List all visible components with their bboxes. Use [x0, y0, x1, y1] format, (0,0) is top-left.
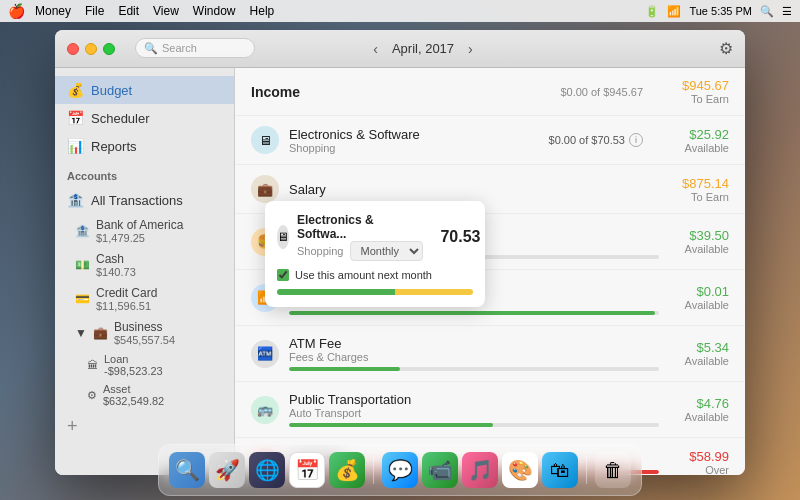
close-button[interactable] [67, 43, 79, 55]
add-account-button[interactable]: + [55, 410, 234, 443]
accounts-header: Accounts [55, 160, 234, 186]
account-business[interactable]: ▼ 💼 Business $545,557.54 [55, 316, 234, 350]
menubar-controlcenter[interactable]: ☰ [782, 5, 792, 18]
reports-icon: 📊 [67, 138, 83, 154]
atm-info: ATM Fee Fees & Charges [289, 336, 659, 371]
maximize-button[interactable] [103, 43, 115, 55]
sidebar: 💰 Budget 📅 Scheduler 📊 Reports Accounts … [55, 68, 235, 475]
popup-period-dropdown[interactable]: Monthly Weekly Yearly [350, 241, 423, 261]
transport-progress [289, 423, 659, 427]
all-transactions-icon: 🏦 [67, 192, 83, 208]
account-cash[interactable]: 💵 Cash $140.73 [55, 248, 234, 282]
salary-amount-col: $875.14 To Earn [659, 176, 729, 203]
all-transactions-label: All Transactions [91, 193, 183, 208]
dock-finder[interactable]: 🔍 [169, 452, 205, 488]
atm-fee-row[interactable]: 🏧 ATM Fee Fees & Charges $5.34 Available [235, 326, 745, 382]
sidebar-item-budget[interactable]: 💰 Budget [55, 76, 234, 104]
budget-icon: 💰 [67, 82, 83, 98]
menu-view[interactable]: View [153, 4, 179, 18]
prev-month-button[interactable]: ‹ [367, 39, 384, 59]
dock-launchpad[interactable]: 🚀 [209, 452, 245, 488]
dock-photos[interactable]: 🎨 [502, 452, 538, 488]
atm-progress [289, 367, 659, 371]
settings-button[interactable]: ⚙ [719, 39, 733, 58]
credit-card-icon: 💳 [75, 292, 90, 306]
minimize-button[interactable] [85, 43, 97, 55]
dock-facetime[interactable]: 📹 [422, 452, 458, 488]
transport-title: Public Transportation [289, 392, 659, 407]
income-title: Income [251, 84, 560, 100]
app-window: 🔍 Search ‹ April, 2017 › ⚙ 💰 Budget 📅 [55, 30, 745, 475]
popup-electronics-icon: 🖥 [277, 225, 289, 249]
cash-icon: 💵 [75, 258, 90, 272]
account-loan[interactable]: 🏛 Loan -$98,523.23 [55, 350, 234, 380]
popup-subtitle: Shopping [297, 245, 344, 257]
dock-calendar[interactable]: 📅 [289, 452, 325, 488]
account-amount-cc: $11,596.51 [96, 300, 157, 312]
transport-info: Public Transportation Auto Transport [289, 392, 659, 427]
salary-title: Salary [289, 182, 659, 197]
salary-status: To Earn [691, 191, 729, 203]
menu-edit[interactable]: Edit [118, 4, 139, 18]
budget-panel: Income $0.00 of $945.67 $945.67 To Earn … [235, 68, 745, 475]
bank-icon: 🏦 [75, 224, 90, 238]
menubar-battery: 🔋 [645, 5, 659, 18]
account-name-business: Business [114, 320, 175, 334]
account-name-cash: Cash [96, 252, 136, 266]
internet-progress [289, 311, 659, 315]
sidebar-item-all-transactions[interactable]: 🏦 All Transactions [55, 186, 234, 214]
popup-checkbox-label: Use this amount next month [295, 269, 432, 281]
dock-separator [373, 456, 374, 484]
dock-messages[interactable]: 💬 [382, 452, 418, 488]
account-bank-of-america[interactable]: 🏦 Bank of America $1,479.25 [55, 214, 234, 248]
transport-amount: $4.76 [669, 396, 729, 411]
income-amount: $945.67 [669, 78, 729, 93]
sidebar-item-reports[interactable]: 📊 Reports [55, 132, 234, 160]
info-icon[interactable]: i [629, 133, 643, 147]
electronics-row[interactable]: 🖥 Electronics & Software Shopping $0.00 … [235, 116, 745, 165]
menu-help[interactable]: Help [250, 4, 275, 18]
income-amount-col: $945.67 To Earn [659, 78, 729, 105]
account-asset[interactable]: ⚙ Asset $632,549.82 [55, 380, 234, 410]
shopping-amount-col: $58.99 Over [659, 449, 729, 476]
transport-icon: 🚌 [251, 396, 279, 424]
account-amount-boa: $1,479.25 [96, 232, 183, 244]
dock-mission-control[interactable]: 🌐 [249, 452, 285, 488]
salary-info: Salary [289, 182, 659, 197]
next-month-button[interactable]: › [462, 39, 479, 59]
dock-trash[interactable]: 🗑 [595, 452, 631, 488]
menu-money[interactable]: Money [35, 4, 71, 18]
atm-subtitle: Fees & Charges [289, 351, 659, 363]
menu-window[interactable]: Window [193, 4, 236, 18]
shopping-amount: $58.99 [669, 449, 729, 464]
account-amount-business: $545,557.54 [114, 334, 175, 346]
popup-header: 🖥 Electronics & Softwa... Shopping Month… [277, 213, 473, 261]
fast-food-amount-col: $39.50 Available [659, 228, 729, 255]
electronics-title: Electronics & Software [289, 127, 549, 142]
transport-subtitle: Auto Transport [289, 407, 659, 419]
electronics-row-info: Electronics & Software Shopping [289, 127, 549, 154]
fast-food-status: Available [685, 243, 729, 255]
account-credit-card[interactable]: 💳 Credit Card $11,596.51 [55, 282, 234, 316]
dock-separator-2 [586, 456, 587, 484]
atm-progress-fill [289, 367, 400, 371]
sidebar-reports-label: Reports [91, 139, 137, 154]
menu-file[interactable]: File [85, 4, 104, 18]
popup-amount-input[interactable] [431, 228, 481, 246]
public-transport-row[interactable]: 🚌 Public Transportation Auto Transport $… [235, 382, 745, 438]
income-row[interactable]: Income $0.00 of $945.67 $945.67 To Earn [235, 68, 745, 116]
sidebar-item-scheduler[interactable]: 📅 Scheduler [55, 104, 234, 132]
search-box[interactable]: 🔍 Search [135, 38, 255, 58]
popup-checkbox[interactable] [277, 269, 289, 281]
traffic-lights [67, 43, 115, 55]
popup-checkbox-row: Use this amount next month [277, 269, 473, 281]
dock-appstore[interactable]: 🛍 [542, 452, 578, 488]
current-month-label: April, 2017 [392, 41, 454, 56]
popup-progress-bar [277, 289, 473, 295]
menubar-search[interactable]: 🔍 [760, 5, 774, 18]
dock-money[interactable]: 💰 [329, 452, 365, 488]
electronics-amount-col: $25.92 Available [659, 127, 729, 154]
dock-music[interactable]: 🎵 [462, 452, 498, 488]
account-amount-asset: $632,549.82 [103, 395, 164, 407]
apple-menu[interactable]: 🍎 [8, 3, 25, 19]
